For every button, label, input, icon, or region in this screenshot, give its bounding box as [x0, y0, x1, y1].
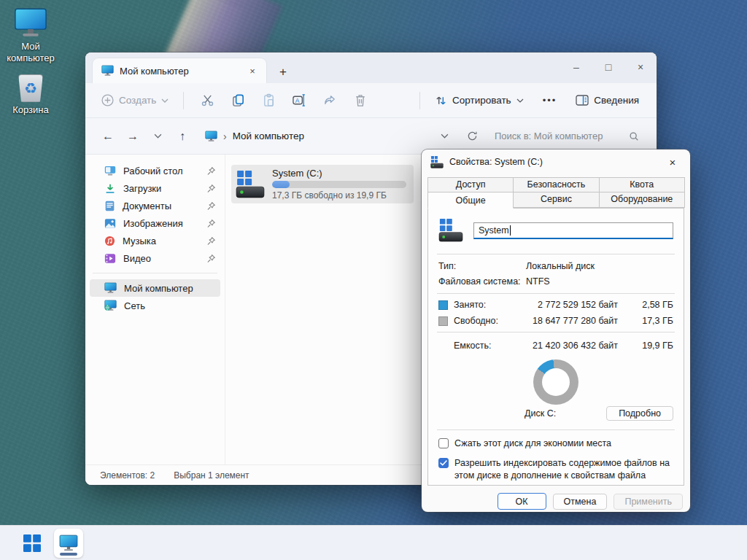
- back-button[interactable]: ←: [96, 125, 120, 148]
- address-dropdown-button[interactable]: [432, 125, 457, 148]
- indexing-checkbox-row[interactable]: Разрешить индексировать содержимое файло…: [437, 453, 675, 485]
- tab-access[interactable]: Доступ: [427, 177, 514, 192]
- share-button[interactable]: [315, 88, 344, 113]
- dialog-tabs: Доступ Безопасность Квота Общие Сервис О…: [422, 174, 690, 208]
- sidebar-item-downloads[interactable]: Загрузки: [90, 179, 220, 197]
- trash-icon: [354, 93, 367, 107]
- tab-title: Мой компьютер: [120, 66, 239, 77]
- refresh-icon: [467, 131, 478, 141]
- new-tab-button[interactable]: +: [271, 61, 295, 83]
- drive-name: System (C:): [272, 168, 406, 179]
- apply-button[interactable]: Применить: [614, 494, 683, 510]
- pin-icon: [206, 254, 216, 263]
- sort-button[interactable]: Сортировать: [427, 95, 531, 106]
- computer-icon: [104, 282, 117, 294]
- compress-checkbox[interactable]: [438, 438, 449, 448]
- music-icon: [104, 236, 115, 246]
- sidebar-item-music[interactable]: Музыка: [90, 232, 220, 249]
- tab-security[interactable]: Безопасность: [513, 177, 599, 192]
- share-icon: [323, 93, 337, 107]
- recycle-bin-icon: ♻: [0, 74, 61, 102]
- tab-quota[interactable]: Квота: [599, 177, 685, 192]
- pin-icon: [206, 201, 216, 211]
- volume-label-input[interactable]: System: [473, 222, 673, 239]
- free-legend-swatch: [438, 316, 448, 326]
- details-pane-icon: [576, 95, 589, 106]
- paste-button[interactable]: [254, 88, 283, 113]
- cut-button[interactable]: [193, 88, 222, 113]
- taskbar: [0, 525, 747, 560]
- sidebar-item-desktop[interactable]: Рабочий стол: [90, 162, 220, 179]
- filesystem-value: NTFS: [526, 276, 550, 287]
- used-legend-swatch: [438, 300, 448, 310]
- maximize-button[interactable]: □: [592, 52, 624, 82]
- desktop-icon-my-computer[interactable]: Мой компьютер: [0, 7, 61, 65]
- sidebar-item-my-computer[interactable]: Мой компьютер: [90, 279, 220, 297]
- network-icon: [104, 300, 117, 311]
- sidebar-item-network[interactable]: Сеть: [90, 297, 220, 314]
- drive-usage-bar: [272, 181, 406, 188]
- windows-logo-icon: [23, 534, 41, 552]
- start-button[interactable]: [18, 529, 47, 558]
- tab-close-icon[interactable]: ×: [244, 63, 260, 79]
- minimize-button[interactable]: –: [560, 52, 592, 82]
- drive-item-system-c[interactable]: System (C:) 17,3 ГБ свободно из 19,9 ГБ: [231, 165, 414, 203]
- computer-icon: [0, 7, 61, 39]
- new-button[interactable]: Создать: [96, 94, 174, 106]
- desktop-folder-icon: [104, 166, 116, 176]
- status-selected: Выбран 1 элемент: [174, 470, 249, 481]
- breadcrumb-item[interactable]: Мой компьютер: [233, 131, 304, 141]
- tab-tools[interactable]: Сервис: [513, 192, 599, 208]
- desktop-icon-label: Мой компьютер: [0, 41, 61, 65]
- running-app-indicator: [60, 553, 77, 556]
- indexing-checkbox[interactable]: [438, 458, 449, 468]
- sidebar-item-documents[interactable]: Документы: [90, 197, 220, 214]
- pin-icon: [206, 184, 216, 193]
- close-button[interactable]: ×: [624, 52, 657, 82]
- refresh-button[interactable]: [460, 125, 484, 148]
- compress-checkbox-row[interactable]: Сжать этот диск для экономии места: [437, 433, 675, 453]
- computer-icon: [59, 534, 78, 552]
- hard-drive-icon: [236, 171, 265, 198]
- copy-button[interactable]: [223, 88, 252, 113]
- disk-usage-donut-chart: [533, 359, 578, 405]
- delete-button[interactable]: [346, 88, 375, 113]
- explorer-tab-my-computer[interactable]: Мой компьютер ×: [93, 58, 266, 83]
- more-options-button[interactable]: •••: [531, 95, 569, 106]
- explorer-toolbar: Создать: [85, 83, 657, 118]
- details-pane-button[interactable]: Сведения: [568, 95, 646, 106]
- up-button[interactable]: ↑: [170, 125, 195, 148]
- dialog-close-button[interactable]: ×: [658, 151, 687, 173]
- desktop-icon-recycle-bin[interactable]: ♻ Корзина: [0, 74, 61, 116]
- general-tab-page: System Тип: Локальный диск Файловая сист…: [427, 208, 684, 486]
- chevron-down-icon: [441, 133, 449, 139]
- cancel-button[interactable]: Отмена: [553, 494, 608, 510]
- search-input[interactable]: Поиск в: Мой компьютер: [487, 125, 646, 148]
- search-placeholder: Поиск в: Мой компьютер: [495, 131, 629, 141]
- free-space-row: Свободно: 18 647 777 280 байт 17,3 ГБ: [437, 313, 675, 329]
- downloads-icon: [104, 183, 116, 194]
- svg-text:A: A: [295, 97, 300, 104]
- sidebar-divider: [93, 273, 217, 273]
- dialog-titlebar: Свойства: System (C:) ×: [422, 149, 690, 174]
- forward-button[interactable]: →: [120, 125, 145, 148]
- sidebar-item-pictures[interactable]: Изображения: [90, 214, 220, 232]
- capacity-row: Емкость: 21 420 306 432 байт 19,9 ГБ: [437, 335, 675, 354]
- desktop-icon-label: Корзина: [0, 104, 61, 116]
- computer-icon: [101, 65, 114, 77]
- details-button[interactable]: Подробно: [606, 406, 673, 421]
- plus-circle-icon: [101, 94, 114, 106]
- hard-drive-icon: [430, 156, 444, 168]
- ok-button[interactable]: ОК: [498, 493, 546, 510]
- taskbar-file-explorer-button[interactable]: [54, 529, 83, 558]
- breadcrumb[interactable]: › Мой компьютер: [205, 131, 304, 142]
- tab-hardware[interactable]: Оборудование: [599, 192, 685, 208]
- history-dropdown-button[interactable]: [145, 125, 170, 148]
- tab-general[interactable]: Общие: [427, 192, 514, 209]
- rename-button[interactable]: A: [285, 88, 314, 113]
- checkmark-icon: [440, 460, 447, 466]
- chevron-down-icon: [161, 98, 169, 103]
- capacity-gb: 19,9 ГБ: [628, 341, 673, 351]
- sidebar-item-videos[interactable]: Видео: [90, 249, 220, 267]
- used-bytes: 2 772 529 152 байт: [521, 300, 628, 310]
